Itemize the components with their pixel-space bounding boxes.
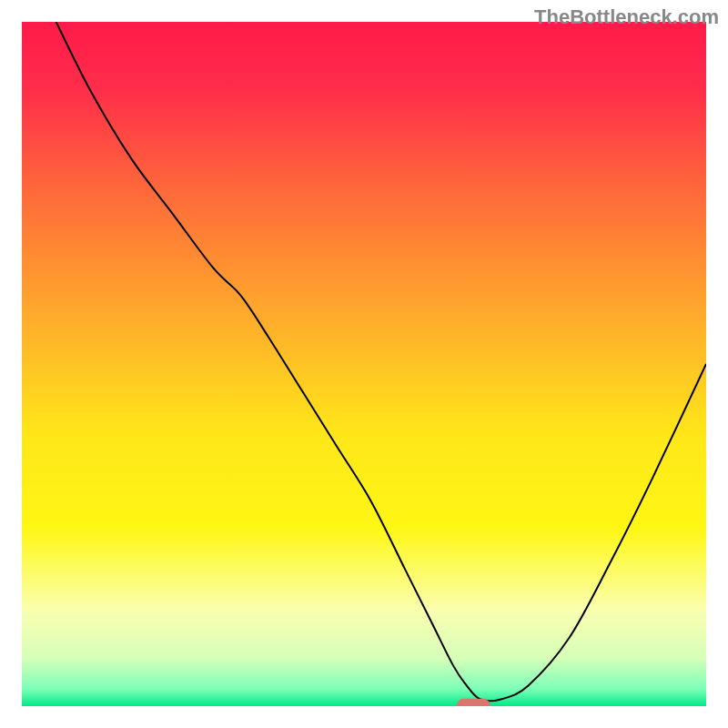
gradient-background bbox=[22, 22, 706, 706]
watermark-text: TheBottleneck.com bbox=[534, 5, 719, 29]
chart-container: TheBottleneck.com bbox=[0, 0, 728, 728]
plot-area bbox=[22, 22, 706, 706]
optimal-marker bbox=[457, 699, 491, 706]
chart-svg bbox=[22, 22, 706, 706]
